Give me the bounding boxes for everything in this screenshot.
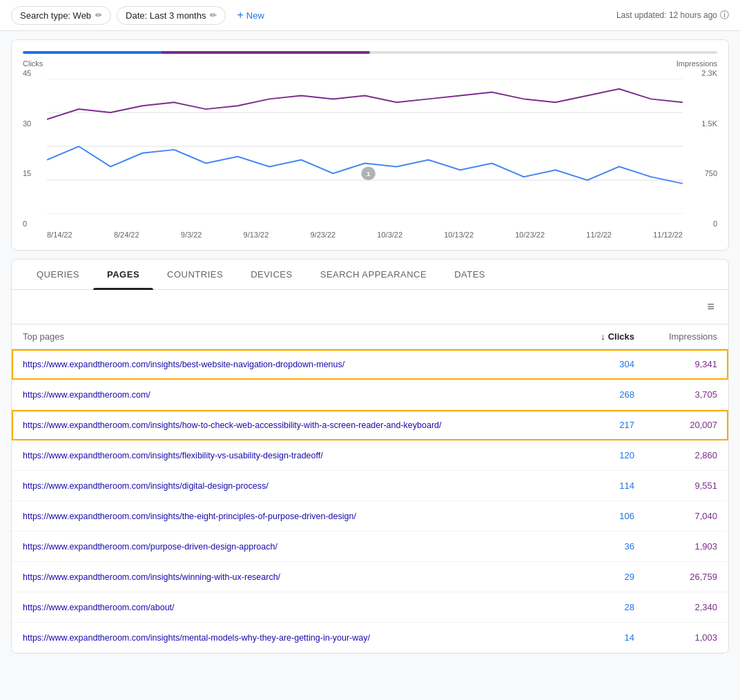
- row-impressions: 1,903: [634, 541, 717, 552]
- tab-pages[interactable]: PAGES: [93, 260, 153, 289]
- x-axis-labels: 8/14/22 8/24/22 9/3/22 9/13/22 9/23/22 1…: [23, 228, 717, 239]
- date-label: Date: Last 3 months: [126, 10, 206, 21]
- table-row[interactable]: https://www.expandtheroom.com/insights/h…: [12, 410, 728, 440]
- tab-countries[interactable]: COUNTRIES: [153, 260, 237, 289]
- table-row[interactable]: https://www.expandtheroom.com/insights/b…: [12, 349, 728, 380]
- search-type-label: Search type: Web: [20, 10, 91, 21]
- col-header-impressions[interactable]: Impressions: [634, 331, 717, 342]
- table-row[interactable]: https://www.expandtheroom.com/insights/w…: [12, 562, 728, 592]
- tabs-nav: QUERIES PAGES COUNTRIES DEVICES SEARCH A…: [12, 260, 728, 290]
- tab-devices[interactable]: DEVICES: [237, 260, 306, 289]
- table-row[interactable]: https://www.expandtheroom.com/ 268 3,705: [12, 380, 728, 410]
- chart-svg: 1: [47, 79, 683, 214]
- chart-svg-wrapper: 1: [47, 79, 683, 214]
- plus-icon: +: [237, 9, 243, 21]
- row-url[interactable]: https://www.expandtheroom.com/insights/t…: [23, 512, 552, 521]
- sort-down-icon: ↓: [601, 331, 605, 342]
- row-impressions: 20,007: [634, 420, 717, 430]
- row-impressions: 2,860: [634, 450, 717, 460]
- row-url[interactable]: https://www.expandtheroom.com/insights/d…: [23, 481, 552, 491]
- y-axis-left: 45 30 15 0: [23, 69, 31, 228]
- row-impressions: 1,003: [634, 632, 717, 643]
- row-clicks: 29: [552, 572, 634, 582]
- tab-search-appearance[interactable]: SEARCH APPEARANCE: [306, 260, 440, 289]
- tab-queries[interactable]: QUERIES: [23, 260, 93, 289]
- row-url[interactable]: https://www.expandtheroom.com/insights/h…: [23, 420, 552, 430]
- top-bar: Search type: Web ✏ Date: Last 3 months ✏…: [0, 0, 740, 31]
- row-impressions: 7,040: [634, 511, 717, 521]
- row-url[interactable]: https://www.expandtheroom.com/about/: [23, 603, 552, 612]
- row-impressions: 9,341: [634, 359, 717, 369]
- row-clicks: 114: [552, 480, 634, 491]
- tab-indicator-bars: [23, 51, 717, 54]
- row-clicks: 217: [552, 420, 634, 430]
- row-clicks: 120: [552, 450, 634, 460]
- row-impressions: 2,340: [634, 602, 717, 612]
- row-url[interactable]: https://www.expandtheroom.com/purpose-dr…: [23, 542, 552, 552]
- date-filter[interactable]: Date: Last 3 months ✏: [117, 6, 226, 25]
- row-url[interactable]: https://www.expandtheroom.com/insights/w…: [23, 572, 552, 582]
- table-row[interactable]: https://www.expandtheroom.com/insights/d…: [12, 471, 728, 501]
- svg-text:1: 1: [367, 170, 371, 177]
- filter-row: ≡: [12, 290, 728, 324]
- edit-icon-date: ✏: [210, 10, 217, 20]
- row-url[interactable]: https://www.expandtheroom.com/insights/f…: [23, 451, 552, 460]
- row-clicks: 106: [552, 511, 634, 521]
- table-row[interactable]: https://www.expandtheroom.com/insights/t…: [12, 501, 728, 532]
- filter-button[interactable]: ≡: [704, 297, 717, 317]
- chart-area: 45 30 15 0 2.3K 1.5K 750 0: [23, 69, 717, 228]
- filter-icon: ≡: [707, 300, 714, 313]
- col-header-clicks[interactable]: ↓ Clicks: [552, 331, 634, 342]
- y-axis-right: 2.3K 1.5K 750 0: [701, 69, 717, 228]
- row-url[interactable]: https://www.expandtheroom.com/insights/b…: [23, 360, 552, 369]
- chart-section: Clicks Impressions 45 30 15 0 2.3K 1.5K …: [11, 39, 729, 251]
- row-clicks: 28: [552, 602, 634, 612]
- row-clicks: 304: [552, 359, 634, 369]
- table-row[interactable]: https://www.expandtheroom.com/insights/f…: [12, 440, 728, 471]
- table-row[interactable]: https://www.expandtheroom.com/about/ 28 …: [12, 592, 728, 623]
- row-clicks: 268: [552, 389, 634, 400]
- row-url[interactable]: https://www.expandtheroom.com/insights/m…: [23, 633, 552, 643]
- table-header: Top pages ↓ Clicks Impressions: [12, 324, 728, 349]
- col-header-page: Top pages: [23, 331, 552, 342]
- row-impressions: 9,551: [634, 480, 717, 491]
- table-body: https://www.expandtheroom.com/insights/b…: [12, 349, 728, 653]
- row-url[interactable]: https://www.expandtheroom.com/: [23, 390, 552, 400]
- tabs-section: QUERIES PAGES COUNTRIES DEVICES SEARCH A…: [11, 259, 729, 654]
- search-type-filter[interactable]: Search type: Web ✏: [11, 6, 111, 25]
- row-clicks: 36: [552, 541, 634, 552]
- info-icon: ⓘ: [720, 9, 729, 21]
- new-button[interactable]: + New: [231, 6, 269, 25]
- table-row[interactable]: https://www.expandtheroom.com/insights/m…: [12, 623, 728, 653]
- edit-icon: ✏: [95, 10, 102, 20]
- row-impressions: 26,759: [634, 572, 717, 582]
- row-impressions: 3,705: [634, 389, 717, 400]
- clicks-label: Clicks: [23, 59, 43, 68]
- row-clicks: 14: [552, 632, 634, 643]
- table-row[interactable]: https://www.expandtheroom.com/purpose-dr…: [12, 532, 728, 562]
- impressions-label: Impressions: [676, 59, 717, 68]
- last-updated: Last updated: 12 hours ago ⓘ: [616, 9, 729, 21]
- tab-dates[interactable]: DATES: [440, 260, 499, 289]
